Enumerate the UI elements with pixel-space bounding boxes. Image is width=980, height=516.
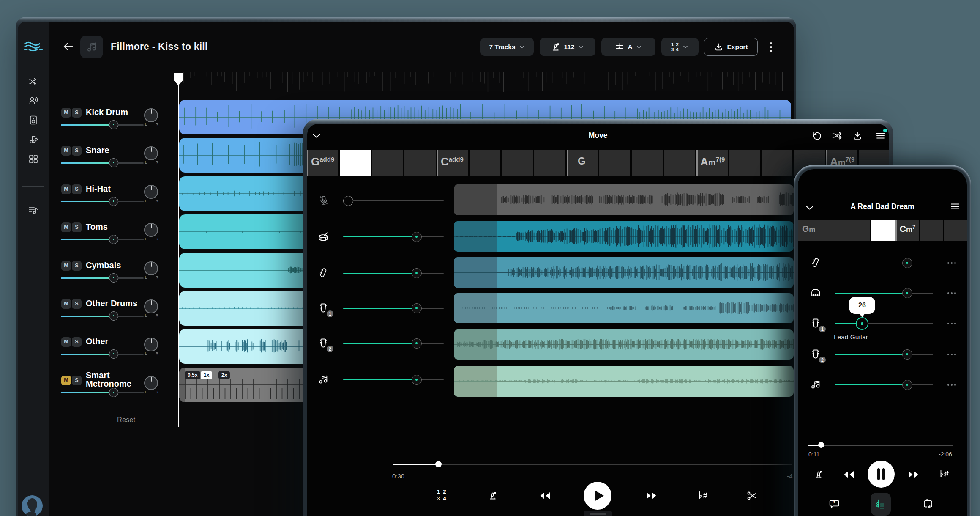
svg-text:”: ” — [832, 500, 835, 507]
